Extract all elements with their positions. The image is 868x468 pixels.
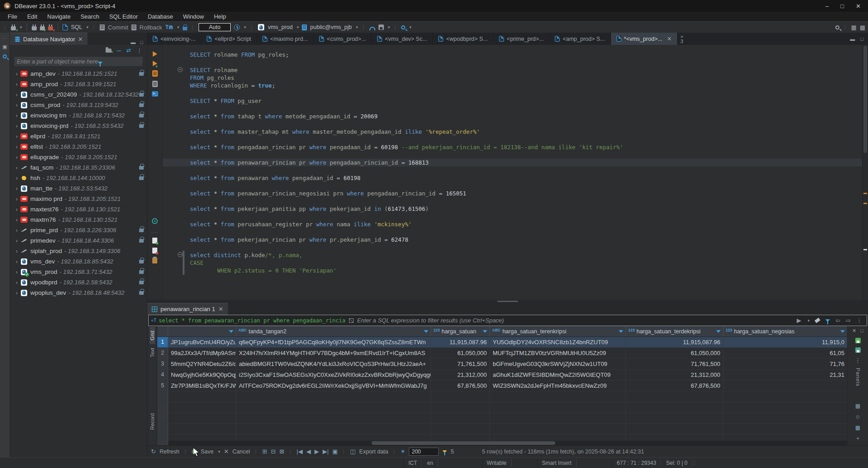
- sql-dropdown-icon[interactable]: ▾: [87, 25, 89, 29]
- chevron-right-icon[interactable]: ›: [13, 289, 20, 296]
- column-header-harga-satuan-negosias[interactable]: 123harga_satuan_negosias: [723, 326, 847, 336]
- connection-maximo-prd[interactable]: ›maximo prd- 192.168.3.205:1521: [10, 194, 147, 204]
- grid-cell[interactable]: Ztr7P3MIB1sBQxTK/FJWe4QF: [168, 380, 236, 391]
- maximize-button[interactable]: □: [840, 3, 844, 10]
- rollback-label[interactable]: Rollback: [140, 24, 162, 31]
- disconnect-icon[interactable]: ×: [48, 26, 53, 30]
- last-row-icon[interactable]: ▶|: [323, 448, 329, 455]
- sql-editor[interactable]: >_ .... SELECT rolname FROM pg_roles; −S…: [147, 45, 868, 300]
- column-header-harga-satuan-terenkripsi[interactable]: ABCharga_satuan_terenkripsi: [490, 326, 626, 336]
- connection-wpoplus-dev[interactable]: ›wpoplus_dev- 192.168.18.48:5432: [10, 288, 147, 298]
- grid-cell[interactable]: i2SIyo3CxaF1SwOASEGsXIyC0XxeZiVkRI0okzZx…: [236, 370, 431, 380]
- results-filter-bar[interactable]: «T select * from penawaran_rincian pr wh…: [148, 315, 867, 326]
- chevron-right-icon[interactable]: ›: [13, 258, 20, 265]
- sql-line[interactable]: SELECT * FROM pg_user: [190, 97, 862, 105]
- new-connection-dropdown-icon[interactable]: ▾: [20, 25, 22, 29]
- connection-einvoicing-prd[interactable]: ›einvoicing-prd- 192.168.2.53:5432: [10, 121, 147, 131]
- menu-database[interactable]: Database: [143, 12, 178, 21]
- navigate-icon[interactable]: [152, 218, 158, 224]
- previous-row-icon[interactable]: ◀: [306, 448, 311, 455]
- connection-wpodbprd[interactable]: ›wpodbprd- 192.168.2.58:5432: [10, 277, 147, 288]
- editor-maximize-icon[interactable]: □: [860, 36, 863, 42]
- chevron-right-icon[interactable]: ›: [13, 175, 20, 181]
- row-filter-value[interactable]: 5: [451, 448, 454, 455]
- presentation-tab-grid[interactable]: Grid: [150, 327, 155, 344]
- chevron-right-icon[interactable]: ›: [13, 112, 20, 119]
- editor-minimize-icon[interactable]: ▬: [850, 36, 855, 42]
- grid-cell[interactable]: X24IH7h/XImRH4YMgHTH0FV7BDgc4bM+9xmERvd1…: [236, 348, 431, 358]
- menu-file[interactable]: File: [3, 12, 22, 21]
- perspective-grid-icon[interactable]: ▦: [851, 24, 856, 31]
- goto-row-icon[interactable]: ▣: [332, 448, 338, 455]
- sql-line[interactable]: WHEN p2.status = 0 THEN 'Persiapan': [190, 267, 862, 274]
- sql-console-icon[interactable]: >_: [152, 91, 158, 97]
- collapse-icon[interactable]: −: [178, 67, 183, 72]
- connection-amp-prod[interactable]: ›amp_prod- 192.168.3.199:1521: [10, 79, 147, 89]
- panel-calc-icon[interactable]: +: [855, 435, 860, 442]
- filter-expand-icon[interactable]: [349, 318, 354, 323]
- grid-cell[interactable]: 11,915,0: [723, 337, 847, 347]
- chevron-right-icon[interactable]: ›: [13, 185, 20, 192]
- grid-cell[interactable]: JP1ugruBvCmU4RO/yZuMSNil: [168, 337, 236, 347]
- sql-line[interactable]: SELECT rolname FROM pg_roles;: [190, 51, 862, 58]
- sql-search-icon[interactable]: [401, 25, 405, 29]
- panel-save-as-icon[interactable]: [855, 347, 861, 353]
- results-tab-close-icon[interactable]: ✕: [218, 306, 223, 312]
- refresh-icon[interactable]: ↻: [151, 448, 156, 455]
- search-dropdown-icon[interactable]: ▾: [409, 25, 412, 29]
- connection-elltst[interactable]: ›elltst- 192.168.3.205:1521: [10, 141, 147, 152]
- chevron-right-icon[interactable]: ›: [13, 216, 20, 223]
- sql-line[interactable]: [190, 105, 862, 112]
- filter-dropdown-icon[interactable]: ▾: [808, 318, 810, 323]
- grid-cell[interactable]: q6eQFpyKP4+fD1tpP5AGCq8oKHy0jl7NK9GeQ7GK…: [236, 337, 431, 347]
- sql-line[interactable]: select * from pengadaan_rincian pr where…: [190, 143, 862, 151]
- sql-line[interactable]: select * from pekerjaan_rincian pr where…: [190, 236, 862, 244]
- sql-line[interactable]: select * from penawaran_rincian_negosias…: [190, 190, 862, 197]
- load-script-icon[interactable]: [152, 238, 157, 244]
- editor-scrollbar-thumb[interactable]: [863, 46, 867, 153]
- reconnect-icon[interactable]: ✓: [40, 26, 45, 30]
- navigator-maximize-icon[interactable]: □: [140, 39, 143, 45]
- add-row-icon[interactable]: ⊟: [271, 448, 276, 455]
- connection-man-tte[interactable]: ›man_tte- 192.168.2.53:5432: [10, 183, 147, 194]
- grid-cell[interactable]: 99a2JXx3A/Tf/dMp9ASm+2tm: [168, 348, 236, 358]
- grid-cell[interactable]: bGFmeUgveG03Q3krSWVjZjNXN2w1UT09: [490, 359, 626, 369]
- row-filter-icon[interactable]: [442, 450, 447, 453]
- transaction-dropdown-icon[interactable]: ▾: [177, 25, 179, 29]
- chevron-right-icon[interactable]: ›: [13, 227, 20, 234]
- navigator-filter-icon[interactable]: [98, 62, 102, 64]
- execute-new-tab-icon[interactable]: [153, 61, 157, 66]
- panel-value-icon[interactable]: ☺: [855, 414, 860, 420]
- chevron-right-icon[interactable]: ›: [13, 154, 20, 161]
- chevron-right-icon[interactable]: ›: [13, 195, 20, 202]
- connection-ellupgrade[interactable]: ›ellupgrade- 192.168.3.205:1521: [10, 152, 147, 162]
- grid-cell[interactable]: 67,876,500: [431, 380, 490, 391]
- grid-row[interactable]: 299a2JXx3A/Tf/dMp9ASm+2tmX24IH7h/XImRH4Y…: [157, 348, 847, 359]
- chevron-right-icon[interactable]: ›: [13, 91, 20, 98]
- presentation-tab-record[interactable]: Record: [150, 410, 155, 434]
- editor-tab-vms-dev-sc[interactable]: <vms_dev> Sc...: [372, 33, 433, 45]
- delete-row-icon[interactable]: ⊠: [279, 448, 284, 455]
- grid-cell[interactable]: AITFCeo75ROKDvg2dv6rEGL2IiW/rXekOxjjSgVB…: [236, 380, 431, 391]
- editor-scrollbar[interactable]: [862, 45, 868, 300]
- navigator-menu-icon[interactable]: ⋮: [136, 47, 142, 54]
- grid-cell[interactable]: 21,312,000: [626, 370, 723, 380]
- chevron-right-icon[interactable]: ›: [13, 102, 20, 108]
- menu-help[interactable]: Help: [209, 12, 231, 21]
- grid-cell[interactable]: 61,050,000: [626, 348, 723, 358]
- column-filter-arrow-icon[interactable]: [619, 330, 623, 333]
- grid-cell[interactable]: 21,31: [723, 370, 847, 380]
- grid-horizontal-scrollbar[interactable]: [168, 441, 847, 445]
- new-connection-icon[interactable]: +: [11, 26, 16, 30]
- connection-amp-dev[interactable]: ›amp_dev- 192.168.18.125:1521: [10, 68, 147, 79]
- grid-cell[interactable]: abiedBMGR1TW0VedZQNK4/YdLki3JxRoVICQoS3P…: [236, 359, 431, 369]
- grid-cell[interactable]: 11,915,087.96: [626, 337, 723, 347]
- grid-scrollbar-thumb[interactable]: [372, 441, 555, 445]
- sql-line[interactable]: select * from perusahaan_register pr whe…: [190, 220, 862, 228]
- cancel-label[interactable]: Cancel: [233, 448, 250, 455]
- history-forward-icon[interactable]: ⇨: [846, 317, 851, 324]
- edit-value-icon[interactable]: ⊞: [262, 448, 267, 455]
- menu-window[interactable]: Window: [178, 12, 209, 21]
- execute-statement-icon[interactable]: [153, 51, 157, 57]
- grid-row[interactable]: 5Ztr7P3MIB1sBQxTK/FJWe4QFAITFCeo75ROKDvg…: [157, 380, 847, 391]
